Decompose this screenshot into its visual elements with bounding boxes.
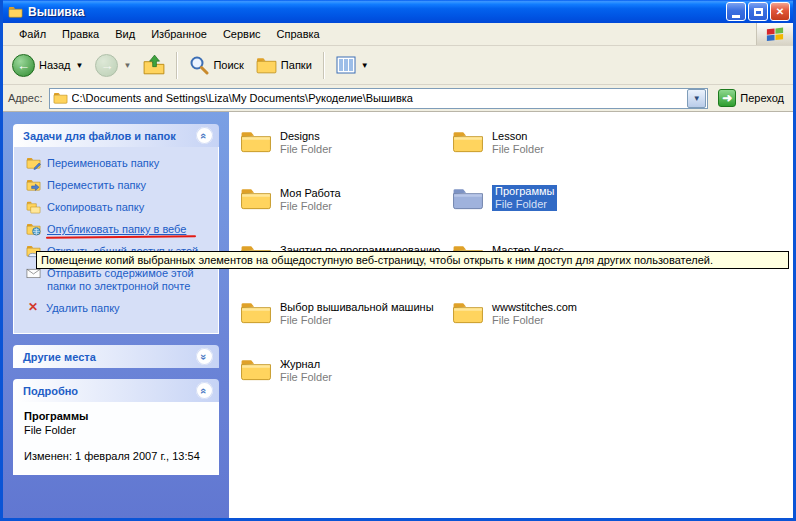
task-delete-folder[interactable]: ✕ Удалить папку	[26, 301, 214, 315]
file-name: Выбор вышивальной машины	[280, 301, 434, 314]
file-name: Designs	[280, 130, 332, 143]
task-label: Скопировать папку	[47, 200, 144, 214]
chevron-up-icon[interactable]: «	[196, 127, 213, 144]
windows-logo-icon	[756, 23, 793, 45]
tooltip: Помещение копий выбранных элементов на о…	[36, 251, 789, 269]
publish-folder-icon	[26, 222, 41, 236]
folders-label: Папки	[281, 59, 312, 71]
task-label: Опубликовать папку в вебе	[47, 222, 186, 236]
chevron-up-icon[interactable]: «	[196, 382, 213, 399]
close-button[interactable]: ✕	[770, 2, 790, 21]
details-title: Подробно	[23, 385, 78, 397]
minimize-icon	[732, 15, 740, 18]
task-rename-folder[interactable]: Переименовать папку	[26, 156, 214, 170]
task-copy-folder[interactable]: Скопировать папку	[26, 200, 214, 214]
folder-icon	[239, 128, 273, 155]
file-list: DesignsFile Folder LessonFile Folder Моя…	[229, 112, 793, 518]
folder-item-vybor-mashiny[interactable]: Выбор вышивальной машиныFile Folder	[239, 299, 434, 356]
other-places-header[interactable]: Другие места »	[13, 345, 219, 368]
forward-button[interactable]: → ▼	[90, 50, 136, 81]
toolbar: ← Назад ▼ → ▼ Поиск Пап	[3, 46, 793, 85]
address-label: Адрес:	[8, 92, 43, 104]
folder-item-programmy[interactable]: ПрограммыFile Folder	[451, 185, 557, 242]
task-label: Переместить папку	[47, 178, 146, 192]
folder-icon	[239, 185, 273, 212]
file-type: File Folder	[280, 200, 341, 213]
task-pane: Задачи для файлов и папок « Переименоват…	[3, 112, 229, 518]
minimize-button[interactable]	[726, 2, 746, 21]
menu-favorites[interactable]: Избранное	[143, 25, 215, 43]
back-label: Назад	[39, 59, 71, 71]
folder-icon	[239, 356, 273, 383]
file-name: Lesson	[492, 130, 544, 143]
window-title: Вышивка	[28, 5, 726, 19]
delete-icon: ✕	[26, 301, 40, 313]
other-places-title: Другие места	[23, 351, 96, 363]
toolbar-separator	[176, 52, 178, 79]
panel-details: Подробно « Программы File Folder Изменен…	[13, 379, 219, 475]
task-publish-folder-web[interactable]: Опубликовать папку в вебе	[26, 222, 214, 236]
details-header[interactable]: Подробно «	[13, 379, 219, 402]
go-icon: ➜	[718, 89, 736, 107]
move-folder-icon	[26, 178, 41, 192]
file-type: File Folder	[280, 143, 332, 156]
search-button[interactable]: Поиск	[184, 51, 248, 79]
toolbar-separator	[323, 52, 325, 79]
folders-icon	[256, 56, 277, 75]
go-button[interactable]: ➜ Переход	[714, 87, 788, 109]
search-label: Поиск	[213, 59, 243, 71]
details-item-name: Программы	[24, 410, 208, 422]
menu-view[interactable]: Вид	[107, 25, 143, 43]
up-folder-icon	[143, 54, 165, 76]
task-label: Отправить содержимое этой папки по элект…	[47, 266, 214, 293]
file-name: Журнал	[280, 358, 332, 371]
file-name: wwwstitches.com	[492, 301, 577, 314]
folder-icon	[451, 185, 485, 212]
back-icon: ←	[12, 54, 35, 77]
views-button[interactable]: ▼	[331, 51, 374, 79]
up-button[interactable]	[138, 50, 170, 80]
back-dropdown-icon: ▼	[76, 61, 84, 70]
maximize-button[interactable]	[748, 2, 768, 21]
menu-help[interactable]: Справка	[269, 25, 328, 43]
task-move-folder[interactable]: Переместить папку	[26, 178, 214, 192]
go-label: Переход	[740, 92, 784, 104]
folder-icon	[451, 299, 485, 326]
views-icon	[336, 55, 356, 75]
search-icon	[189, 55, 209, 75]
window-folder-icon	[8, 5, 23, 19]
copy-folder-icon	[26, 200, 41, 214]
file-type: File Folder	[492, 143, 544, 156]
panel-other-places: Другие места »	[13, 345, 219, 368]
title-bar: Вышивка ✕	[3, 0, 793, 23]
folder-item-moya-rabota[interactable]: Моя РаботаFile Folder	[239, 185, 341, 242]
folder-icon	[239, 299, 273, 326]
panel-file-tasks: Задачи для файлов и папок « Переименоват…	[13, 124, 219, 334]
address-input[interactable]: C:\Documents and Settings\Liza\My Docume…	[49, 88, 709, 109]
folder-icon	[451, 128, 485, 155]
address-dropdown-button[interactable]: ▼	[687, 89, 706, 108]
address-path: C:\Documents and Settings\Liza\My Docume…	[72, 92, 684, 104]
close-icon: ✕	[776, 6, 784, 17]
folder-item-zhurnal[interactable]: ЖурналFile Folder	[239, 356, 332, 413]
task-label: Переименовать папку	[47, 156, 159, 170]
menu-bar: Файл Правка Вид Избранное Сервис Справка	[3, 23, 793, 46]
back-button[interactable]: ← Назад ▼	[7, 50, 88, 81]
folders-button[interactable]: Папки	[251, 52, 317, 79]
folder-item-lesson[interactable]: LessonFile Folder	[451, 128, 544, 185]
task-email-folder[interactable]: Отправить содержимое этой папки по элект…	[26, 266, 214, 293]
forward-dropdown-icon: ▼	[123, 61, 131, 70]
folder-item-wwwstitches[interactable]: wwwstitches.comFile Folder	[451, 299, 577, 356]
menu-file[interactable]: Файл	[11, 25, 54, 43]
details-item-modified: Изменен: 1 февраля 2007 г., 13:54	[24, 450, 208, 462]
chevron-down-icon[interactable]: »	[196, 348, 213, 365]
views-dropdown-icon: ▼	[361, 61, 369, 70]
file-tasks-body: Переименовать папку Переместить папку	[13, 147, 219, 334]
file-type: File Folder	[280, 371, 332, 384]
folder-item-designs[interactable]: DesignsFile Folder	[239, 128, 332, 185]
file-name: Моя Работа	[280, 187, 341, 200]
menu-edit[interactable]: Правка	[54, 25, 107, 43]
details-body: Программы File Folder Изменен: 1 февраля…	[13, 402, 219, 475]
menu-tools[interactable]: Сервис	[215, 25, 269, 43]
file-tasks-header[interactable]: Задачи для файлов и папок «	[13, 124, 219, 147]
